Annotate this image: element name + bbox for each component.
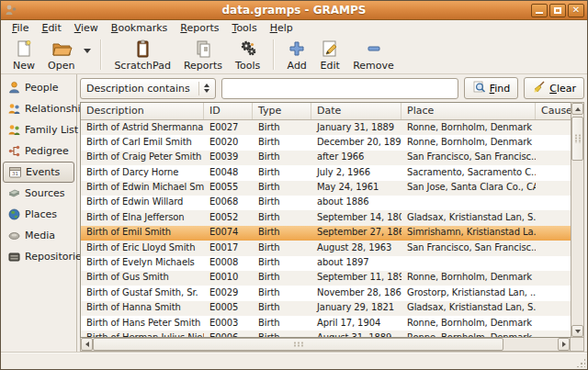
cell-date: January 29, 1821 <box>311 301 401 316</box>
relationships-icon <box>6 102 21 116</box>
cell-id: E0020 <box>204 135 253 150</box>
search-input[interactable] <box>221 78 458 99</box>
menu-edit[interactable]: Edit <box>35 21 67 35</box>
table-row[interactable]: Birth of Elna JeffersonE0052BirthSeptemb… <box>81 210 571 225</box>
cell-cause <box>536 181 571 196</box>
cell-description: Birth of Gus Smith <box>81 271 204 286</box>
cell-type: Birth <box>253 210 311 225</box>
scroll-up-button[interactable] <box>571 103 583 115</box>
cell-cause <box>536 286 571 300</box>
titlebar[interactable]: data.gramps - GRAMPS ✕ <box>1 1 587 20</box>
sidebar-item-family-list[interactable]: Family List <box>3 119 74 140</box>
table-row[interactable]: Birth of Darcy HorneE0048BirthJuly 2, 19… <box>81 165 571 180</box>
menu-tools[interactable]: Tools <box>226 21 264 35</box>
edit-button[interactable]: Edit <box>313 37 346 73</box>
table-row[interactable]: Birth of Astrid Shermanna A...E0027Birth… <box>81 120 571 135</box>
find-magnifier-icon <box>472 80 486 96</box>
cell-type: Birth <box>253 226 311 241</box>
scratchpad-button[interactable]: ScratchPad <box>107 37 177 73</box>
resize-grip[interactable] <box>576 358 585 367</box>
cell-place <box>401 196 536 210</box>
clear-broom-icon <box>532 80 546 96</box>
menu-reports[interactable]: Reports <box>174 21 225 35</box>
column-header-id[interactable]: ID <box>204 103 253 119</box>
horizontal-scroll-track[interactable] <box>93 338 558 351</box>
cell-id: E0048 <box>204 165 253 180</box>
sidebar-item-people[interactable]: People <box>3 77 74 98</box>
table-row[interactable]: Birth of Emil SmithE0074BirthSeptember 2… <box>81 226 571 241</box>
new-button[interactable]: New <box>6 37 41 73</box>
tools-gears-icon <box>238 38 258 60</box>
menu-file[interactable]: File <box>6 21 35 35</box>
vertical-scrollbar[interactable] <box>571 102 584 338</box>
open-dropdown-button[interactable] <box>81 29 94 73</box>
scratchpad-clipboard-icon <box>132 38 153 60</box>
table-row[interactable]: Birth of Gustaf Smith, Sr.E0029BirthNove… <box>81 286 571 300</box>
scroll-down-button[interactable] <box>571 325 583 337</box>
reports-button[interactable]: Reports <box>177 37 229 73</box>
table-row[interactable]: Birth of Edwin WillardE0068Birthabout 18… <box>81 196 571 210</box>
cell-id: E0003 <box>204 316 253 331</box>
cell-place: Ronne, Bornholm, Denmark <box>401 135 536 150</box>
cell-place: Ronne, Bornholm, Denmark <box>401 331 536 337</box>
cell-id: E0027 <box>204 120 253 135</box>
clear-button[interactable]: Clear <box>524 77 584 99</box>
people-icon <box>6 81 21 95</box>
filter-field-select[interactable]: Description contains <box>80 78 216 99</box>
sidebar-item-places[interactable]: Places <box>3 204 74 225</box>
cell-place: San Jose, Santa Clara Co., CA <box>401 181 536 196</box>
maximize-button[interactable] <box>549 4 566 17</box>
vertical-scroll-thumb[interactable] <box>571 117 583 161</box>
cell-id: E0039 <box>204 151 253 165</box>
cell-place: Sacramento, Sacramento C... <box>401 165 536 180</box>
horizontal-scrollbar[interactable] <box>80 338 571 352</box>
sidebar-item-pedigree[interactable]: Pedigree <box>3 140 74 162</box>
open-button[interactable]: Open <box>41 37 81 73</box>
scroll-right-button[interactable] <box>558 338 570 351</box>
column-header-cause[interactable]: Cause <box>536 103 571 119</box>
column-header-date[interactable]: Date <box>311 103 401 119</box>
sidebar-item-relationships[interactable]: Relationships <box>3 98 74 119</box>
column-header-type[interactable]: Type <box>253 103 311 119</box>
arrow-up-icon <box>575 107 581 111</box>
menu-help[interactable]: Help <box>264 21 300 35</box>
scroll-left-button[interactable] <box>81 338 93 351</box>
cell-place: Simrishamn, Kristianstad La... <box>401 226 536 241</box>
table-row[interactable]: Birth of Craig Peter SmithE0039Birthafte… <box>81 151 571 165</box>
sidebar-item-repositories[interactable]: Repositories <box>3 246 74 267</box>
table-row[interactable]: Birth of Gus SmithE0010BirthSeptember 11… <box>81 271 571 286</box>
cell-type: Birth <box>253 331 311 337</box>
remove-button[interactable]: Remove <box>346 37 401 73</box>
column-header-place[interactable]: Place <box>401 103 536 119</box>
column-header-description[interactable]: Description <box>81 103 204 119</box>
close-button[interactable]: ✕ <box>568 4 584 17</box>
cell-type: Birth <box>253 196 311 210</box>
table-row[interactable]: Birth of Herman Julius NielsenE0006Birth… <box>81 331 571 337</box>
horizontal-scroll-thumb[interactable] <box>93 338 503 351</box>
filter-field-value: Description contains <box>81 83 198 95</box>
minimize-button[interactable] <box>531 4 548 17</box>
cell-date: August 31, 1889 <box>311 331 401 337</box>
cell-id: E0005 <box>204 301 253 316</box>
sidebar-item-events[interactable]: 31 Events <box>3 162 74 183</box>
events-calendar-icon: 31 <box>7 165 22 179</box>
cell-type: Birth <box>253 286 311 300</box>
event-table-body: Birth of Astrid Shermanna A...E0027Birth… <box>81 120 571 337</box>
vertical-scroll-track[interactable] <box>571 115 583 325</box>
table-row[interactable]: Birth of Hanna SmithE0005BirthJanuary 29… <box>81 301 571 316</box>
cell-date: about 1897 <box>311 256 401 271</box>
cell-id: E0008 <box>204 256 253 271</box>
cell-date: August 28, 1963 <box>311 241 401 255</box>
add-button[interactable]: Add <box>280 37 313 73</box>
sidebar-item-media[interactable]: Media <box>3 225 74 246</box>
find-button[interactable]: Find <box>464 77 519 99</box>
table-row[interactable]: Birth of Edwin Michael SmithE0055BirthMa… <box>81 181 571 196</box>
cell-cause <box>536 196 571 210</box>
table-row[interactable]: Birth of Hans Peter SmithE0003BirthApril… <box>81 316 571 331</box>
tools-button[interactable]: Tools <box>229 37 266 73</box>
menu-bookmarks[interactable]: Bookmarks <box>105 21 174 35</box>
sidebar-item-sources[interactable]: Sources <box>3 183 74 204</box>
table-row[interactable]: Birth of Carl Emil SmithE0020BirthDecemb… <box>81 135 571 150</box>
table-row[interactable]: Birth of Eric Lloyd SmithE0017BirthAugus… <box>81 241 571 255</box>
table-row[interactable]: Birth of Evelyn MichaelsE0008Birthabout … <box>81 256 571 271</box>
